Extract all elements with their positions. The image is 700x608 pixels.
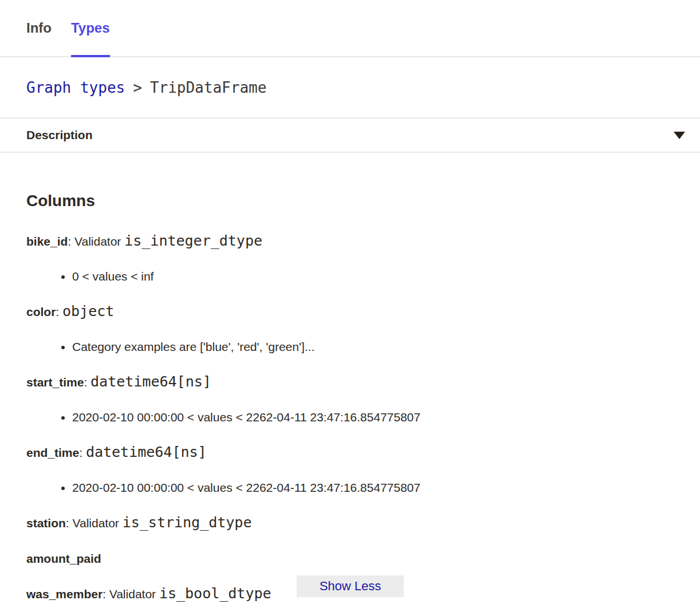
constraint-item: Category examples are ['blue', 'red', 'g… <box>72 338 674 355</box>
constraint-item: 0 < values < inf <box>72 268 674 285</box>
column-name: end_time <box>26 446 79 459</box>
column-name: amount_paid <box>26 552 101 565</box>
column-name: bike_id <box>26 235 68 248</box>
show-less-button[interactable]: Show Less <box>297 575 404 597</box>
column-constraints-color: Category examples are ['blue', 'red', 'g… <box>26 338 674 355</box>
column-def-station: station: Validator is_string_dtype <box>26 514 674 531</box>
column-name: station <box>26 516 66 530</box>
column-constraints-start-time: 2020-02-10 00:00:00 < values < 2262-04-1… <box>26 409 674 425</box>
breadcrumb: Graph types > TripDataFrame <box>0 57 700 119</box>
breadcrumb-separator: > <box>133 79 142 96</box>
column-constraints-end-time: 2020-02-10 00:00:00 < values < 2262-04-1… <box>26 479 674 496</box>
column-def-end-time: end_time: datetime64[ns] <box>26 444 674 461</box>
caret-down-icon <box>674 132 685 139</box>
column-name: start_time <box>26 376 84 389</box>
tab-bar: Info Types <box>0 0 700 57</box>
column-type-code: object <box>62 303 114 319</box>
column-type-code: datetime64[ns] <box>91 373 211 390</box>
column-type-code: datetime64[ns] <box>86 444 207 460</box>
columns-heading: Columns <box>26 192 674 209</box>
breadcrumb-current-page: TripDataFrame <box>150 79 267 96</box>
description-section-header[interactable]: Description <box>0 119 700 153</box>
column-validator-text: : <box>56 305 62 318</box>
tab-info[interactable]: Info <box>26 0 52 56</box>
constraint-item: 2020-02-10 00:00:00 < values < 2262-04-1… <box>72 409 674 425</box>
column-constraints-bike-id: 0 < values < inf <box>26 268 674 285</box>
column-def-amount-paid: amount_paid <box>26 550 674 567</box>
breadcrumb-link-graph-types[interactable]: Graph types <box>26 79 125 96</box>
constraint-item: 2020-02-10 00:00:00 < values < 2262-04-1… <box>72 479 674 496</box>
column-def-bike-id: bike_id: Validator is_integer_dtype <box>26 232 674 250</box>
column-validator-text: : <box>79 446 86 459</box>
column-def-start-time: start_time: datetime64[ns] <box>26 373 674 390</box>
column-validator-text: : Validator <box>66 516 123 530</box>
column-validator-text: : Validator <box>103 587 159 601</box>
column-validator-text: : Validator <box>68 235 124 248</box>
columns-section: Columns bike_id: Validator is_integer_dt… <box>0 192 700 602</box>
tab-types[interactable]: Types <box>71 0 110 56</box>
column-type-code: is_integer_dtype <box>124 232 262 249</box>
column-def-color: color: object <box>26 303 674 320</box>
column-name: color <box>26 305 56 318</box>
column-validator-text: : <box>84 376 91 389</box>
description-title: Description <box>26 128 93 142</box>
column-name: was_member <box>26 587 103 601</box>
column-type-code: is_string_dtype <box>123 514 252 531</box>
column-type-code: is_bool_dtype <box>159 585 272 602</box>
